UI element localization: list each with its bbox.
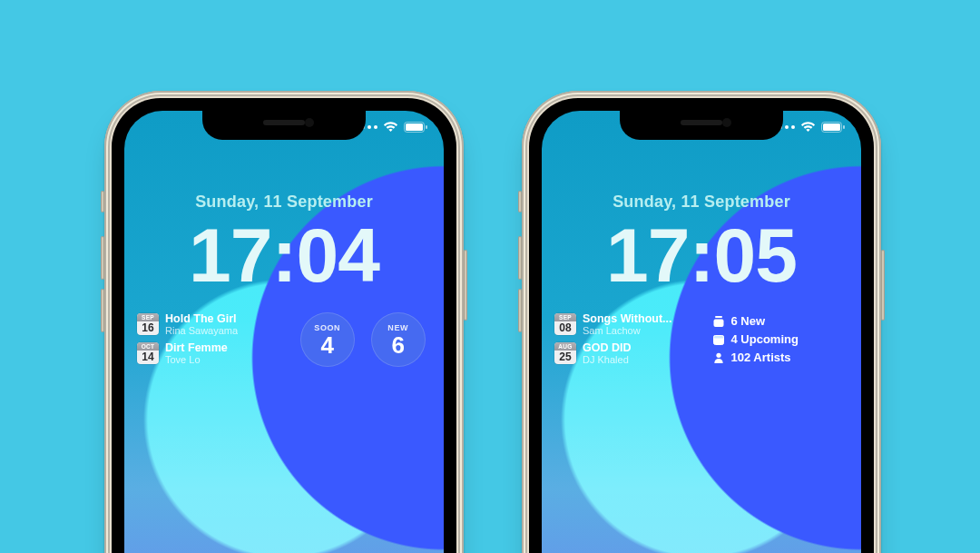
album-icon — [712, 315, 725, 328]
power-button[interactable] — [881, 250, 885, 321]
stat-upcoming: 4 Upcoming — [712, 332, 848, 346]
release-title: Hold The Girl — [165, 312, 238, 325]
release-title: Dirt Femme — [165, 341, 228, 354]
volume-up-button[interactable] — [518, 236, 522, 280]
soon-counter: SOON 4 — [300, 312, 355, 367]
stat-artists: 102 Artists — [712, 351, 848, 364]
new-counter: NEW 6 — [371, 312, 426, 367]
volume-down-button[interactable] — [101, 289, 104, 332]
phone-bezel: Sunday, 11 September 17:04 SEP 16 Hold T… — [112, 98, 456, 553]
battery-icon — [821, 122, 845, 133]
phone-mockup: Sunday, 11 September 17:05 SEP 08 Songs … — [522, 91, 881, 553]
calendar-small-icon — [712, 333, 725, 346]
person-icon — [712, 351, 725, 364]
stat-new: 6 New — [712, 314, 848, 328]
volume-up-button[interactable] — [101, 236, 104, 280]
list-item: OCT 14 Dirt Femme Tove Lo — [137, 341, 288, 365]
lockscreen-time: 17:05 — [542, 217, 861, 293]
release-title: GOD DID — [583, 341, 631, 354]
volume-down-button[interactable] — [518, 289, 522, 332]
stats-widget[interactable]: 6 New 4 Upcoming — [712, 312, 848, 364]
svg-point-11 — [716, 352, 720, 357]
releases-widget[interactable]: SEP 08 Songs Without... Sam Lachow — [554, 312, 705, 365]
calendar-icon: SEP 08 — [554, 313, 576, 335]
lockscreen-widgets: SEP 16 Hold The Girl Rina Sawayama — [137, 312, 431, 385]
releases-widget[interactable]: SEP 16 Hold The Girl Rina Sawayama — [137, 312, 288, 365]
lockscreen-date: Sunday, 11 September — [542, 193, 861, 212]
counters-widget[interactable]: SOON 4 NEW 6 — [295, 312, 431, 367]
wifi-icon — [383, 122, 398, 133]
status-bar — [361, 122, 427, 133]
mute-switch[interactable] — [518, 191, 522, 212]
phone-bezel: Sunday, 11 September 17:05 SEP 08 Songs … — [529, 98, 874, 553]
release-artist: Tove Lo — [165, 354, 228, 365]
wifi-icon — [800, 122, 816, 133]
svg-rect-5 — [843, 125, 845, 129]
battery-icon — [404, 122, 427, 133]
release-artist: Rina Sawayama — [165, 325, 238, 336]
lockscreen-widgets: SEP 08 Songs Without... Sam Lachow — [554, 312, 848, 385]
lockscreen-time: 17:04 — [124, 217, 444, 293]
release-artist: DJ Khaled — [583, 354, 631, 365]
svg-rect-1 — [406, 123, 423, 131]
lock-screen: Sunday, 11 September 17:04 SEP 16 Hold T… — [124, 111, 444, 553]
release-title: Songs Without... — [583, 312, 671, 325]
svg-rect-7 — [713, 319, 723, 327]
calendar-icon: AUG 25 — [554, 342, 576, 364]
svg-rect-4 — [823, 123, 840, 131]
lock-screen: Sunday, 11 September 17:05 SEP 08 Songs … — [542, 111, 861, 553]
list-item: SEP 16 Hold The Girl Rina Sawayama — [137, 312, 288, 336]
phone-mockup: Sunday, 11 September 17:04 SEP 16 Hold T… — [104, 91, 464, 553]
calendar-icon: OCT 14 — [137, 342, 159, 364]
device-notch — [202, 111, 366, 140]
status-bar — [779, 122, 845, 133]
svg-rect-6 — [715, 316, 722, 318]
release-artist: Sam Lachow — [583, 325, 671, 336]
device-notch — [620, 111, 783, 140]
mute-switch[interactable] — [101, 191, 104, 212]
lockscreen-date: Sunday, 11 September — [124, 193, 444, 212]
list-item: AUG 25 GOD DID DJ Khaled — [554, 341, 705, 365]
power-button[interactable] — [464, 250, 467, 321]
calendar-icon: SEP 16 — [137, 313, 159, 335]
svg-rect-2 — [426, 125, 427, 129]
list-item: SEP 08 Songs Without... Sam Lachow — [554, 312, 705, 336]
